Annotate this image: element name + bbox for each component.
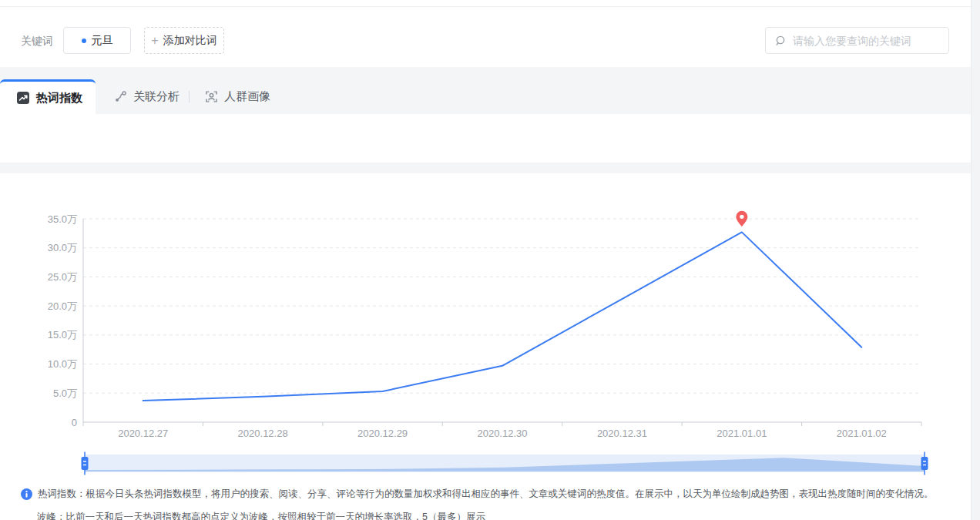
y-tick-label: 10.0万 [48,358,77,370]
tab-audience-portrait[interactable]: 人群画像 [205,79,270,114]
y-tick-label: 35.0万 [48,213,77,225]
search-icon [774,35,787,47]
peak-pin-marker[interactable] [736,211,747,227]
link-flow-icon [114,90,127,103]
plus-icon: + [151,35,158,47]
spacer-band [0,163,980,173]
tab-hot-word-index-label: 热词指数 [36,91,82,106]
y-tick-label: 30.0万 [48,242,77,253]
y-tick-label: 25.0万 [48,271,77,283]
chart-footnotes: 热词指数：根据今日头条热词指数模型，将用户的搜索、阅读、分享、评论等行为的数量加… [21,488,968,520]
spacer-band [0,67,980,79]
trend-chart-card: 05.0万10.0万15.0万20.0万25.0万30.0万35.0万2020.… [0,173,980,520]
keyword-chip[interactable]: 元旦 [63,27,131,54]
add-compare-word-button[interactable]: + 添加对比词 [144,27,224,54]
info-icon [21,488,32,503]
footnote-text-2: 波峰：比前一天和后一天热词指数都高的点定义为波峰，按照相较于前一天的增长率选取，… [37,511,485,520]
filter-row: 元旦 2020-12-27 ~ 2021-01-02 头条 [0,114,980,163]
tab-audience-portrait-label: 人群画像 [224,89,270,104]
tab-relation-analysis-label: 关联分析 [133,89,180,104]
trend-chart: 05.0万10.0万15.0万20.0万25.0万30.0万35.0万2020.… [0,173,980,480]
keyword-label: 关键词 [21,28,53,54]
footnote-text-1: 热词指数：根据今日头条热词指数模型，将用户的搜索、阅读、分享、评论等行为的数量加… [38,488,934,501]
person-scan-icon [205,90,218,103]
y-tick-label: 15.0万 [48,329,77,341]
keyword-color-dot-icon [82,39,86,43]
x-tick-label: 2021.01.01 [717,428,767,439]
add-compare-word-label: 添加对比词 [163,34,217,48]
keyword-chip-label: 元旦 [92,34,113,48]
trend-chart-icon [16,91,30,105]
keyword-search-box[interactable] [765,27,949,54]
tab-hot-word-index[interactable]: 热词指数 [0,79,96,114]
y-tick-label: 0 [72,417,77,428]
header-bar: 关键词 元旦 + 添加对比词 [0,7,980,67]
trend-line [143,232,862,401]
search-input[interactable] [793,35,940,47]
y-tick-label: 20.0万 [48,300,77,312]
footnote-index-definition: 热词指数：根据今日头条热词指数模型，将用户的搜索、阅读、分享、评论等行为的数量加… [21,488,968,503]
x-tick-label: 2020.12.27 [118,428,168,439]
footnote-peak-definition: 波峰：比前一天和后一天热词指数都高的点定义为波峰，按照相较于前一天的增长率选取，… [21,511,968,520]
tab-divider [189,91,190,102]
x-tick-label: 2021.01.02 [837,428,887,439]
y-tick-label: 5.0万 [53,387,77,399]
page-scrollbar[interactable] [971,0,980,520]
tab-relation-analysis[interactable]: 关联分析 [114,79,180,114]
x-tick-label: 2020.12.30 [477,428,527,439]
x-tick-label: 2020.12.31 [597,428,647,439]
x-tick-label: 2020.12.28 [238,428,288,439]
x-tick-label: 2020.12.29 [357,428,408,439]
tab-strip: 热词指数 关联分析 人群画像 [0,79,980,114]
